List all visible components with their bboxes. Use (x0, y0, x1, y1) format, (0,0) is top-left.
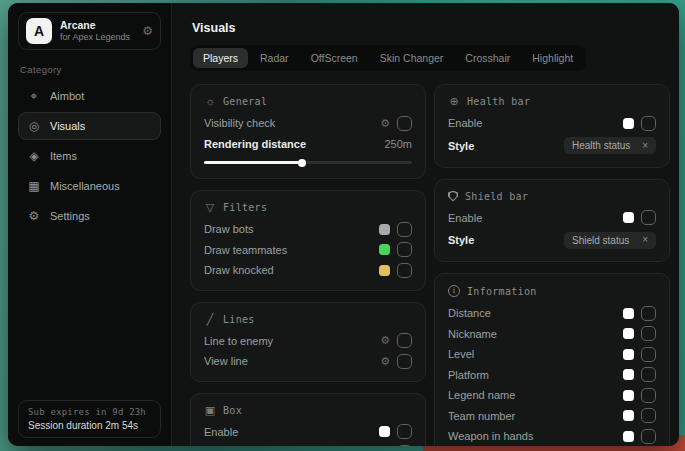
sidebar-item-label: Visuals (50, 120, 85, 132)
gear-icon: ⚙ (27, 210, 41, 222)
weapon-in-hands-checkbox[interactable] (641, 429, 656, 444)
close-icon[interactable]: × (642, 235, 648, 245)
draw-bots-checkbox[interactable] (397, 222, 412, 237)
setting-row-draw-knocked: Draw knocked (204, 260, 412, 281)
sidebar-item-aimbot[interactable]: ⌖ Aimbot (18, 82, 161, 110)
card-title: Information (467, 286, 537, 297)
sidebar-item-settings[interactable]: ⚙ Settings (18, 202, 161, 230)
setting-row-shield-style: Style Shield status × (448, 228, 656, 252)
card-box: ▣ Box Enable Enable background (190, 393, 426, 447)
setting-row-line-to-enemy: Line to enemy ⚙ (204, 331, 412, 352)
setting-row-health-enable: Enable (448, 113, 656, 134)
nickname-checkbox[interactable] (641, 326, 656, 341)
setting-row-health-style: Style Health status × (448, 134, 656, 158)
setting-row-platform: Platform (448, 365, 656, 386)
color-swatch[interactable] (623, 390, 634, 401)
distance-checkbox[interactable] (641, 306, 656, 321)
tab-players[interactable]: Players (193, 48, 248, 68)
card-health-bar: ⊕ Health bar Enable Style (434, 84, 670, 168)
rendering-distance-slider[interactable] (204, 161, 412, 164)
card-title: Filters (223, 202, 267, 213)
shield-enable-checkbox[interactable] (641, 210, 656, 225)
level-checkbox[interactable] (641, 347, 656, 362)
color-swatch[interactable] (623, 212, 634, 223)
tab-skin-changer[interactable]: Skin Changer (370, 48, 454, 68)
sun-icon: ☼ (204, 96, 216, 107)
card-general: ☼ General Visibility check ⚙ Rendering d… (190, 84, 426, 179)
card-title: Shield bar (465, 191, 528, 202)
color-swatch[interactable] (623, 369, 634, 380)
color-swatch[interactable] (623, 349, 634, 360)
setting-row-team-number: Team number (448, 406, 656, 427)
settings-column-right: ⊕ Health bar Enable Style (434, 84, 670, 446)
line-to-enemy-checkbox[interactable] (397, 333, 412, 348)
setting-row-draw-bots: Draw bots (204, 219, 412, 240)
setting-row-box-enable: Enable (204, 422, 412, 443)
subscription-status-card: Sub expires in 9d 23h Session duration 2… (18, 400, 161, 438)
rendering-distance-value: 250m (384, 138, 412, 150)
diagonal-line-icon: ╱ (204, 314, 216, 325)
tab-crosshair[interactable]: Crosshair (455, 48, 520, 68)
color-swatch[interactable] (379, 265, 390, 276)
sidebar-item-items[interactable]: ◈ Items (18, 142, 161, 170)
color-swatch[interactable] (379, 426, 390, 437)
tab-highlight[interactable]: Highlight (522, 48, 583, 68)
color-swatch[interactable] (623, 328, 634, 339)
color-swatch[interactable] (623, 410, 634, 421)
setting-row-visibility-check: Visibility check ⚙ (204, 113, 412, 134)
slider-handle[interactable] (298, 159, 306, 167)
card-title: Lines (223, 314, 255, 325)
shield-icon (448, 191, 458, 202)
color-swatch[interactable] (379, 224, 390, 235)
legend-name-checkbox[interactable] (641, 388, 656, 403)
color-swatch[interactable] (623, 431, 634, 442)
sidebar-item-label: Miscellaneous (50, 180, 120, 192)
tab-offscreen[interactable]: OffScreen (301, 48, 368, 68)
gear-icon[interactable]: ⚙ (380, 335, 390, 346)
crosshair-icon: ⌖ (27, 90, 41, 102)
visibility-check-checkbox[interactable] (397, 116, 412, 131)
page-title: Visuals (192, 21, 679, 35)
cube-icon: ◈ (27, 150, 41, 162)
sidebar-item-visuals[interactable]: ◎ Visuals (18, 112, 161, 140)
box-icon: ▣ (204, 405, 216, 416)
setting-row-rendering-distance: Rendering distance 250m (204, 134, 412, 155)
color-swatch[interactable] (623, 118, 634, 129)
setting-row-view-line: View line ⚙ (204, 351, 412, 372)
eye-icon: ◎ (27, 120, 41, 132)
view-line-checkbox[interactable] (397, 354, 412, 369)
card-title: Health bar (467, 96, 530, 107)
card-title: General (223, 96, 267, 107)
sidebar-item-miscellaneous[interactable]: ▦ Miscellaneous (18, 172, 161, 200)
tab-radar[interactable]: Radar (250, 48, 299, 68)
main-panel: Visuals Players Radar OffScreen Skin Cha… (172, 3, 679, 446)
info-icon: i (448, 285, 460, 297)
sidebar-item-label: Aimbot (50, 90, 84, 102)
health-enable-checkbox[interactable] (641, 116, 656, 131)
enable-background-checkbox[interactable] (397, 445, 412, 446)
gear-icon[interactable]: ⚙ (380, 118, 390, 129)
gear-icon[interactable]: ⚙ (380, 356, 390, 367)
box-enable-checkbox[interactable] (397, 424, 412, 439)
setting-row-enable-background: Enable background (204, 442, 412, 446)
card-lines: ╱ Lines Line to enemy ⚙ View line (190, 302, 426, 382)
color-swatch[interactable] (379, 244, 390, 255)
health-style-select[interactable]: Health status × (564, 137, 656, 154)
tab-bar: Players Radar OffScreen Skin Changer Cro… (190, 45, 586, 71)
draw-teammates-checkbox[interactable] (397, 242, 412, 257)
app-settings-icon[interactable]: ⚙ (142, 25, 153, 37)
grid-icon: ▦ (27, 180, 41, 192)
setting-row-legend-name: Legend name (448, 385, 656, 406)
funnel-icon: ▽ (204, 202, 216, 213)
color-swatch[interactable] (623, 308, 634, 319)
draw-knocked-checkbox[interactable] (397, 263, 412, 278)
platform-checkbox[interactable] (641, 367, 656, 382)
sidebar: A Arcane for Apex Legends ⚙ Category ⌖ A… (8, 3, 172, 446)
shield-style-select[interactable]: Shield status × (564, 232, 656, 249)
sidebar-item-label: Settings (50, 210, 90, 222)
card-information: i Information Distance Nickname (434, 273, 670, 446)
team-number-checkbox[interactable] (641, 408, 656, 423)
card-title: Box (223, 405, 242, 416)
close-icon[interactable]: × (642, 141, 648, 151)
desktop-background: A Arcane for Apex Legends ⚙ Category ⌖ A… (0, 0, 685, 451)
